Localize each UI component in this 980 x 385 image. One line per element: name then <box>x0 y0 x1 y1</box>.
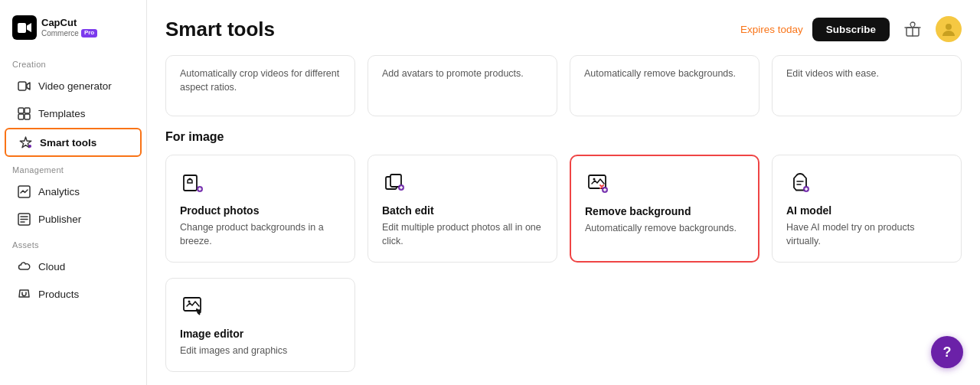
sidebar-item-products[interactable]: Products <box>5 281 142 307</box>
remove-background-title: Remove background <box>585 205 744 217</box>
publisher-icon <box>17 212 31 226</box>
sidebar-item-label: Smart tools <box>40 137 96 148</box>
svg-point-18 <box>593 178 596 181</box>
sidebar-item-video-generator[interactable]: Video generator <box>5 73 142 99</box>
sidebar-item-label: Templates <box>38 108 86 119</box>
remove-background-card[interactable]: Remove background Automatically remove b… <box>570 155 760 263</box>
image-editor-icon <box>180 292 207 320</box>
product-photos-title: Product photos <box>180 204 341 217</box>
expires-label: Expires today <box>740 24 803 35</box>
creation-section-label: Creation <box>0 52 146 72</box>
analytics-icon <box>17 184 31 198</box>
management-section-label: Management <box>0 158 146 178</box>
sidebar-item-label: Publisher <box>38 214 81 225</box>
products-icon <box>17 287 31 301</box>
pro-badge: Pro <box>81 29 97 38</box>
svg-rect-2 <box>18 108 24 113</box>
sidebar-item-smart-tools[interactable]: Smart tools <box>5 128 142 157</box>
sidebar: CapCut Commerce Pro Creation Video gener… <box>0 0 147 385</box>
sidebar-item-analytics[interactable]: Analytics <box>5 178 142 204</box>
for-image-cards: Product photos Change product background… <box>165 155 962 263</box>
logo-icon <box>12 15 37 40</box>
page-title: Smart tools <box>165 18 275 41</box>
sidebar-item-cloud[interactable]: Cloud <box>5 253 142 279</box>
smart-tools-icon <box>18 135 32 149</box>
for-image-section-title: For image <box>165 130 962 144</box>
svg-rect-0 <box>18 23 26 33</box>
header-actions: Expires today Subscribe <box>740 15 962 43</box>
product-photos-desc: Change product backgrounds in a breeze. <box>180 220 341 248</box>
batch-edit-title: Batch edit <box>382 204 543 217</box>
main-content: Smart tools Expires today Subscribe Au <box>147 0 980 385</box>
sidebar-item-label: Products <box>38 289 79 300</box>
bottom-card-row: Image editor Edit images and graphics <box>165 278 962 372</box>
partial-card-desc: Edit videos with ease. <box>786 67 947 80</box>
sidebar-item-publisher[interactable]: Publisher <box>5 206 142 232</box>
ai-model-title: AI model <box>786 204 947 217</box>
partial-card-remove-bg-video[interactable]: Automatically remove backgrounds. <box>570 55 760 116</box>
remove-background-icon <box>585 170 612 197</box>
batch-edit-card[interactable]: Batch edit Edit multiple product photos … <box>368 155 557 263</box>
partial-card-edit-videos[interactable]: Edit videos with ease. <box>772 55 962 116</box>
svg-rect-5 <box>24 114 30 119</box>
partial-card-crop[interactable]: Automatically crop videos for different … <box>165 55 355 116</box>
video-generator-icon <box>17 79 31 93</box>
sidebar-item-label: Analytics <box>38 186 80 197</box>
partial-card-desc: Automatically crop videos for different … <box>180 67 341 94</box>
cloud-icon <box>17 259 31 273</box>
svg-point-6 <box>28 145 31 148</box>
image-editor-card[interactable]: Image editor Edit images and graphics <box>165 278 355 372</box>
batch-edit-icon <box>382 169 410 197</box>
remove-background-desc: Automatically remove backgrounds. <box>585 221 744 235</box>
partial-card-avatars[interactable]: Add avatars to promote products. <box>368 55 557 116</box>
assets-section-label: Assets <box>0 233 146 253</box>
ai-model-desc: Have AI model try on products virtually. <box>786 220 947 248</box>
subscribe-button[interactable]: Subscribe <box>812 18 890 41</box>
logo-subtitle: Commerce Pro <box>41 29 97 38</box>
help-button[interactable]: ? <box>931 336 963 368</box>
logo[interactable]: CapCut Commerce Pro <box>0 9 146 52</box>
ai-model-card[interactable]: AI model Have AI model try on products v… <box>772 155 962 263</box>
svg-point-22 <box>188 301 191 303</box>
svg-point-10 <box>946 24 952 30</box>
sidebar-item-templates[interactable]: Templates <box>5 100 142 126</box>
svg-rect-4 <box>18 114 24 119</box>
svg-point-12 <box>189 178 191 181</box>
main-header: Smart tools Expires today Subscribe <box>165 15 962 43</box>
avatar[interactable] <box>936 16 962 42</box>
gift-icon-button[interactable] <box>899 15 926 43</box>
partial-cards-row: Automatically crop videos for different … <box>165 55 962 116</box>
batch-edit-desc: Edit multiple product photos all in one … <box>382 220 543 248</box>
partial-card-desc: Automatically remove backgrounds. <box>584 67 745 80</box>
sidebar-item-label: Video generator <box>38 80 112 92</box>
image-editor-title: Image editor <box>180 328 341 340</box>
partial-card-desc: Add avatars to promote products. <box>382 67 543 80</box>
templates-icon <box>17 106 31 120</box>
svg-rect-3 <box>24 108 30 113</box>
ai-model-icon <box>786 169 814 197</box>
image-editor-desc: Edit images and graphics <box>180 344 341 357</box>
logo-name: CapCut <box>41 18 97 28</box>
product-photos-icon <box>180 169 207 197</box>
sidebar-item-label: Cloud <box>38 261 65 272</box>
product-photos-card[interactable]: Product photos Change product background… <box>165 155 355 263</box>
svg-rect-1 <box>18 82 26 90</box>
